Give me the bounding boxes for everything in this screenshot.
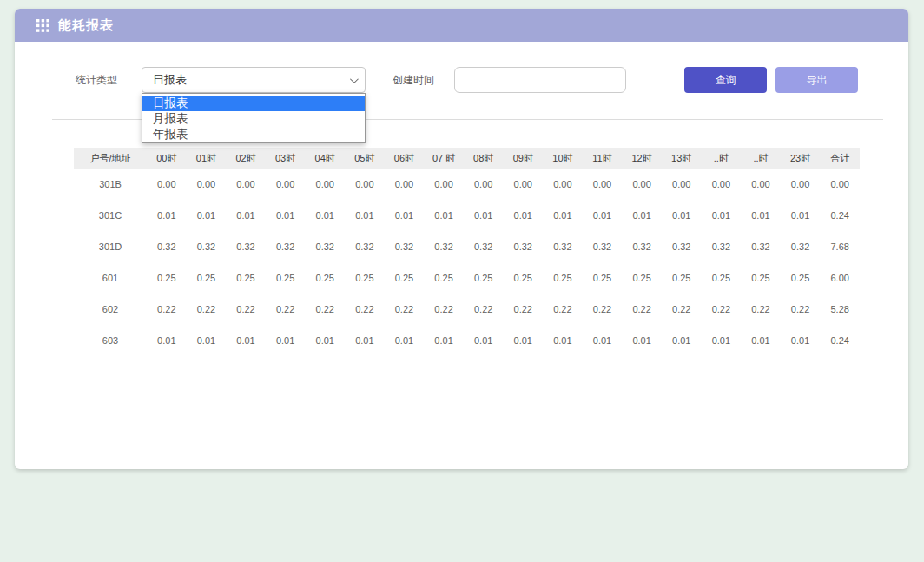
row-label: 601 — [74, 262, 147, 294]
cell-value: 7.68 — [820, 231, 860, 262]
export-button[interactable]: 导出 — [776, 67, 858, 93]
table-row: 6010.250.250.250.250.250.250.250.250.250… — [74, 262, 860, 294]
dropdown-option[interactable]: 月报表 — [142, 111, 365, 127]
cell-value: 0.01 — [543, 200, 583, 231]
cell-value: 0.22 — [305, 294, 345, 325]
cell-value: 0.01 — [266, 200, 306, 231]
cell-value: 0.32 — [385, 231, 425, 262]
cell-value: 0.01 — [781, 200, 821, 231]
cell-value: 0.32 — [187, 231, 227, 262]
cell-value: 0.01 — [226, 200, 266, 231]
cell-value: 0.25 — [147, 262, 187, 294]
cell-value: 0.22 — [543, 294, 583, 325]
cell-value: 0.01 — [662, 200, 702, 231]
cell-value: 0.22 — [345, 294, 385, 325]
row-label: 301B — [74, 169, 147, 200]
cell-value: 0.00 — [543, 169, 583, 200]
cell-value: 0.00 — [385, 169, 425, 200]
cell-value: 0.22 — [226, 294, 266, 325]
report-card: 能耗报表 统计类型 日报表 日报表月报表年报表 创建时间 查询 导出 户号/地址… — [15, 9, 908, 469]
cell-value: 0.01 — [305, 200, 345, 231]
cell-value: 0.22 — [662, 294, 702, 325]
cell-value: 0.01 — [662, 325, 702, 356]
cell-value: 0.22 — [781, 294, 821, 325]
cell-value: 0.01 — [345, 325, 385, 356]
cell-value: 0.01 — [741, 325, 781, 356]
cell-value: 0.25 — [503, 262, 543, 294]
stat-type-label: 统计类型 — [76, 73, 117, 88]
cell-value: 0.25 — [266, 262, 306, 294]
cell-value: 0.32 — [702, 231, 742, 262]
cell-value: 0.32 — [741, 231, 781, 262]
row-label: 301D — [74, 231, 147, 262]
stat-type-select[interactable]: 日报表 — [142, 67, 366, 93]
cell-value: 0.00 — [187, 169, 227, 200]
dropdown-option[interactable]: 年报表 — [142, 127, 365, 142]
column-header: 23时 — [781, 148, 821, 169]
cell-value: 0.01 — [543, 325, 583, 356]
cell-value: 0.01 — [266, 325, 306, 356]
cell-value: 0.01 — [147, 200, 187, 231]
cell-value: 0.25 — [741, 262, 781, 294]
column-header: 13时 — [662, 148, 702, 169]
cell-value: 0.00 — [702, 169, 742, 200]
cell-value: 6.00 — [820, 262, 860, 294]
table-row: 301C0.010.010.010.010.010.010.010.010.01… — [74, 200, 860, 231]
cell-value: 0.00 — [820, 169, 860, 200]
chevron-down-icon — [350, 75, 359, 83]
grid-icon — [36, 19, 50, 32]
cell-value: 0.25 — [622, 262, 662, 294]
column-header: ..时 — [741, 148, 781, 169]
dropdown-option[interactable]: 日报表 — [142, 96, 365, 111]
cell-value: 0.01 — [187, 200, 227, 231]
cell-value: 0.32 — [147, 231, 187, 262]
stat-type-dropdown: 日报表月报表年报表 — [142, 93, 366, 143]
cell-value: 0.25 — [583, 262, 623, 294]
cell-value: 0.01 — [503, 325, 543, 356]
column-header: 12时 — [622, 148, 662, 169]
cell-value: 0.22 — [187, 294, 227, 325]
column-header: 10时 — [543, 148, 583, 169]
cell-value: 0.00 — [424, 169, 464, 200]
cell-value: 0.32 — [305, 231, 345, 262]
cell-value: 0.32 — [226, 231, 266, 262]
cell-value: 0.32 — [622, 231, 662, 262]
cell-value: 0.22 — [741, 294, 781, 325]
cell-value: 0.25 — [464, 262, 504, 294]
cell-value: 0.00 — [226, 169, 266, 200]
cell-value: 0.22 — [424, 294, 464, 325]
create-time-input[interactable] — [454, 67, 626, 93]
cell-value: 0.32 — [424, 231, 464, 262]
table-row: 301D0.320.320.320.320.320.320.320.320.32… — [74, 231, 860, 262]
column-header: ..时 — [702, 148, 742, 169]
cell-value: 0.25 — [781, 262, 821, 294]
cell-value: 0.25 — [345, 262, 385, 294]
cell-value: 0.25 — [226, 262, 266, 294]
cell-value: 0.00 — [622, 169, 662, 200]
cell-value: 5.28 — [820, 294, 860, 325]
cell-value: 0.00 — [741, 169, 781, 200]
table-row: 6020.220.220.220.220.220.220.220.220.220… — [74, 294, 860, 325]
cell-value: 0.32 — [345, 231, 385, 262]
column-header: 04时 — [305, 148, 345, 169]
column-header: 03时 — [266, 148, 306, 169]
cell-value: 0.01 — [464, 200, 504, 231]
cell-value: 0.01 — [702, 325, 742, 356]
query-button[interactable]: 查询 — [684, 67, 767, 93]
cell-value: 0.01 — [583, 200, 623, 231]
cell-value: 0.01 — [781, 325, 821, 356]
column-header: 02时 — [226, 148, 266, 169]
cell-value: 0.24 — [820, 200, 860, 231]
column-header: 11时 — [583, 148, 623, 169]
column-header: 09时 — [503, 148, 543, 169]
stat-type-select-wrap: 日报表 日报表月报表年报表 — [142, 67, 366, 93]
cell-value: 0.24 — [820, 325, 860, 356]
cell-value: 0.22 — [147, 294, 187, 325]
cell-value: 0.25 — [543, 262, 583, 294]
cell-value: 0.01 — [345, 200, 385, 231]
row-label: 603 — [74, 325, 147, 356]
cell-value: 0.32 — [543, 231, 583, 262]
cell-value: 0.01 — [741, 200, 781, 231]
column-header: 户号/地址 — [74, 148, 147, 169]
row-label: 602 — [74, 294, 147, 325]
